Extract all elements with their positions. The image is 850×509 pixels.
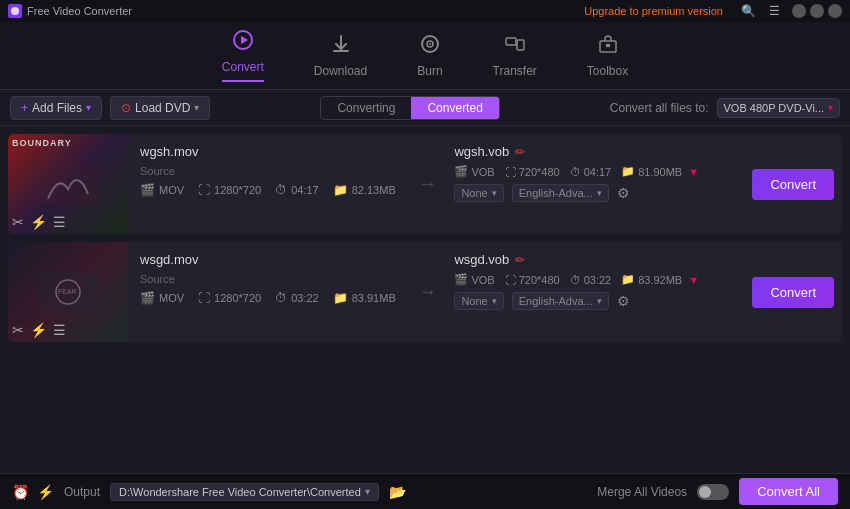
format-meta-1: 🎬 MOV: [140, 183, 184, 197]
source-format-1: MOV: [159, 184, 184, 196]
list-icon-2[interactable]: ☰: [53, 322, 66, 338]
upgrade-link[interactable]: Upgrade to premium version: [584, 5, 723, 17]
res-meta-2: ⛶ 1280*720: [198, 291, 261, 305]
toolbox-nav-icon: [597, 33, 619, 60]
search-icon[interactable]: 🔍: [741, 4, 756, 18]
t-film-icon-1: 🎬: [454, 165, 468, 178]
audio-select-2[interactable]: English-Adva... ▾: [512, 292, 609, 310]
trim-icon[interactable]: ✂: [12, 214, 24, 230]
list-icon[interactable]: ☰: [53, 214, 66, 230]
target-dropdown-arrow-2[interactable]: ▼: [688, 274, 699, 286]
bottom-bar: ⏰ ⚡ Output D:\Wondershare Free Video Con…: [0, 473, 850, 509]
nav-bar: Convert Download Burn: [0, 22, 850, 90]
target-dropdown-arrow-1[interactable]: ▼: [688, 166, 699, 178]
t-size-1: 📁 81.90MB: [621, 165, 682, 178]
convert-button-1[interactable]: Convert: [752, 169, 834, 200]
convert-button-2[interactable]: Convert: [752, 277, 834, 308]
merge-label: Merge All Videos: [597, 485, 687, 499]
target-name-1: wgsh.vob: [454, 144, 509, 159]
speed-icon[interactable]: ⚡: [30, 214, 47, 230]
convert-nav-icon: [232, 29, 254, 56]
thumb-icons-2: ✂ ⚡ ☰: [12, 322, 66, 338]
output-label: Output: [64, 485, 100, 499]
t-dur-1: ⏱ 04:17: [570, 166, 612, 178]
transfer-nav-icon: [504, 33, 526, 60]
thumb-inner-1: BOUNDARY ✂ ⚡ ☰: [8, 134, 128, 234]
t-dur-icon-1: ⏱: [570, 166, 581, 178]
settings-icon-1[interactable]: ⚙: [617, 185, 630, 201]
t-dur-icon-2: ⏱: [570, 274, 581, 286]
target-name-row-2: wsgd.vob ✏: [454, 252, 736, 267]
t-size-2: 📁 83.92MB: [621, 273, 682, 286]
sub-row-1: None ▾ English-Adva... ▾ ⚙: [454, 184, 736, 202]
nav-toolbox[interactable]: Toolbox: [577, 27, 638, 84]
svg-text:FEAR: FEAR: [58, 288, 77, 295]
minimize-button[interactable]: [792, 4, 806, 18]
dur-meta-2: ⏱ 03:22: [275, 291, 319, 305]
speed-icon-2[interactable]: ⚡: [30, 322, 47, 338]
source-name-1: wgsh.mov: [140, 144, 396, 159]
edit-icon-2[interactable]: ✏: [515, 253, 525, 267]
file-item-2: FEAR ✂ ⚡ ☰ wsgd.mov Source 🎬 MOV: [8, 242, 842, 342]
output-path-arrow: ▾: [365, 486, 370, 497]
dvd-icon: ⊙: [121, 101, 131, 115]
nav-active-underline: [222, 80, 264, 82]
thumb-label-1: BOUNDARY: [12, 138, 72, 148]
audio-select-1[interactable]: English-Adva... ▾: [512, 184, 609, 202]
source-name-2: wsgd.mov: [140, 252, 396, 267]
format-select[interactable]: VOB 480P DVD-Vi... ▾: [717, 98, 840, 118]
svg-rect-10: [38, 164, 98, 204]
arrow-right-icon-2: →: [418, 282, 436, 303]
title-bar: Free Video Converter Upgrade to premium …: [0, 0, 850, 22]
nav-transfer[interactable]: Transfer: [483, 27, 547, 84]
source-format-2: MOV: [159, 292, 184, 304]
subtitle-select-2[interactable]: None ▾: [454, 292, 503, 310]
nav-download[interactable]: Download: [304, 27, 377, 84]
target-name-2: wsgd.vob: [454, 252, 509, 267]
target-meta-1: 🎬 VOB ⛶ 720*480 ⏱ 04:17 📁 81.90MB: [454, 165, 682, 178]
merge-toggle[interactable]: [697, 484, 729, 500]
source-label-2: Source: [140, 273, 175, 285]
film-icon-1: 🎬: [140, 183, 155, 197]
add-icon: +: [21, 101, 28, 115]
subtitle-arrow-2: ▾: [492, 296, 497, 306]
thumb-icons-1: ✂ ⚡ ☰: [12, 214, 66, 230]
subtitle-arrow-1: ▾: [492, 188, 497, 198]
svg-point-0: [11, 7, 19, 15]
t-size-val-1: 81.90MB: [638, 166, 682, 178]
convert-all-button[interactable]: Convert All: [739, 478, 838, 505]
folder-icon[interactable]: 📂: [389, 484, 406, 500]
file-thumb-1: BOUNDARY ✂ ⚡ ☰: [8, 134, 128, 234]
source-res-1: 1280*720: [214, 184, 261, 196]
source-size-1: 82.13MB: [352, 184, 396, 196]
add-files-arrow[interactable]: ▾: [86, 102, 91, 113]
subtitle-val-2: None: [461, 295, 487, 307]
load-dvd-arrow[interactable]: ▾: [194, 102, 199, 113]
t-format-2: 🎬 VOB: [454, 273, 494, 286]
menu-icon[interactable]: ☰: [769, 4, 780, 18]
edit-icon-1[interactable]: ✏: [515, 145, 525, 159]
close-button[interactable]: [828, 4, 842, 18]
timer-icon[interactable]: ⏰: [12, 484, 29, 500]
nav-convert[interactable]: Convert: [212, 23, 274, 88]
size-icon-2: 📁: [333, 291, 348, 305]
t-dur-val-2: 03:22: [584, 274, 612, 286]
file-list: BOUNDARY ✂ ⚡ ☰ wgsh.mov Source 🎬: [0, 126, 850, 473]
load-dvd-button[interactable]: ⊙ Load DVD ▾: [110, 96, 210, 120]
output-path[interactable]: D:\Wondershare Free Video Converter\Conv…: [110, 483, 379, 501]
subtitle-select-1[interactable]: None ▾: [454, 184, 503, 202]
trim-icon-2[interactable]: ✂: [12, 322, 24, 338]
file-thumb-2: FEAR ✂ ⚡ ☰: [8, 242, 128, 342]
res-meta-1: ⛶ 1280*720: [198, 183, 261, 197]
toggle-knob: [699, 486, 711, 498]
t-dur-val-1: 04:17: [584, 166, 612, 178]
tab-converting[interactable]: Converting: [321, 97, 411, 119]
maximize-button[interactable]: [810, 4, 824, 18]
source-label-1: Source: [140, 165, 175, 177]
audio-val-1: English-Adva...: [519, 187, 593, 199]
nav-burn[interactable]: Burn: [407, 27, 452, 84]
tab-converted[interactable]: Converted: [411, 97, 498, 119]
settings-icon-2[interactable]: ⚙: [617, 293, 630, 309]
add-files-button[interactable]: + Add Files ▾: [10, 96, 102, 120]
bolt-icon[interactable]: ⚡: [37, 484, 54, 500]
